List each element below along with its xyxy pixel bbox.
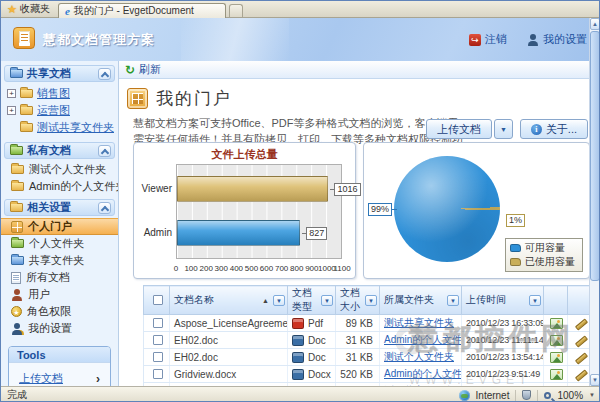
column-menu-button[interactable]: ▼: [273, 295, 285, 306]
column-menu-button[interactable]: ▼: [529, 295, 541, 306]
table-header-row: 文档名称 ▲ ▼ 文档类型 ▼ 文档大小 ▼ 所属文件夹 ▼ 上传时间 ▼: [144, 286, 592, 315]
sidebar-item-test-personal-folder[interactable]: 测试个人文件夹: [1, 161, 118, 178]
zoom-level[interactable]: 100%: [557, 390, 583, 401]
sidebar-item-admin-personal-folder[interactable]: Admin的个人文件夹: [1, 178, 118, 195]
new-tab-stub[interactable]: [229, 4, 243, 17]
browser-tab-bar: ★ 收藏夹 e 我的门户 - EvgetDocument: [1, 1, 600, 18]
bar-value-label: 827: [306, 227, 327, 240]
sidebar-item-operations[interactable]: + 运营图: [7, 102, 118, 119]
chevron-right-icon: ›: [96, 372, 100, 386]
section-header-shared-docs[interactable]: 共享文档: [4, 65, 115, 82]
tools-upload-link[interactable]: 上传文档: [19, 371, 63, 386]
file-type-icon: [292, 318, 304, 329]
shared-folder-icon: [10, 69, 23, 78]
upload-document-button[interactable]: 上传文档: [426, 119, 492, 139]
select-all-checkbox[interactable]: [153, 295, 163, 305]
active-tab[interactable]: e 我的门户 - EvgetDocument: [58, 3, 226, 18]
edit-icon[interactable]: [575, 368, 587, 380]
content-toolbar: ↻ 刷新: [119, 61, 591, 79]
edit-icon[interactable]: [575, 317, 587, 329]
bar-admin: [177, 220, 300, 246]
ie-icon: e: [65, 6, 70, 16]
scrollbar-thumb[interactable]: [590, 31, 600, 281]
favorites-star-icon: ★: [7, 3, 17, 16]
tree-expander-icon[interactable]: +: [7, 106, 16, 115]
zoom-icon: [544, 392, 551, 399]
edit-icon[interactable]: [575, 351, 587, 363]
folder-link[interactable]: 测试个人文件夹: [384, 351, 454, 362]
capacity-chart-panel: 99% 1% 可用容量 已使用容量: [363, 142, 590, 279]
folder-icon: [20, 123, 33, 132]
bar-category-label: Admin: [144, 227, 172, 238]
table-row: Aspose_LicenseAgreement.pdf Pdf 89 KB 测试…: [144, 315, 592, 332]
folder-icon: [11, 165, 24, 174]
section-header-private-docs[interactable]: 私有文档: [4, 142, 115, 159]
row-checkbox[interactable]: [153, 369, 163, 379]
user-settings-icon: [11, 323, 23, 335]
sidebar-item-personal-folder[interactable]: 个人文件夹: [1, 235, 118, 252]
bar-chart-plot: Viewer 1016 Admin 827: [176, 164, 342, 259]
scroll-up-button[interactable]: ▲: [590, 18, 600, 30]
refresh-button[interactable]: 刷新: [139, 62, 161, 77]
role-badge-icon: ★: [11, 306, 22, 317]
blue-folder-icon: [11, 256, 24, 265]
tab-title: 我的门户 - EvgetDocument: [74, 4, 194, 18]
chevron-down-icon: ▼: [500, 126, 507, 133]
folder-link[interactable]: Admin的个人文件夹: [384, 368, 462, 379]
sidebar: 共享文档 + 销售图 + 运营图 测试共享文件夹 私有文档: [1, 61, 119, 386]
status-bar: 完成 Internet 100% ▼: [1, 386, 600, 402]
sidebar-item-my-settings[interactable]: 我的设置: [1, 320, 118, 337]
user-icon: [527, 34, 539, 46]
protected-mode-icon: [522, 390, 531, 400]
column-menu-button[interactable]: ▼: [447, 295, 459, 306]
app-logo-icon: [13, 27, 35, 49]
sidebar-item-users[interactable]: 用户: [1, 286, 118, 303]
favorites-label: 收藏夹: [20, 2, 50, 16]
sidebar-item-personal-portal[interactable]: 个人门户: [1, 218, 118, 235]
row-checkbox[interactable]: [153, 335, 163, 345]
sort-ascending-icon: ▲: [262, 297, 269, 304]
tree-expander-icon[interactable]: +: [7, 89, 16, 98]
vertical-scrollbar[interactable]: ▲ ▼: [589, 18, 599, 386]
status-text: 完成: [7, 388, 27, 402]
preview-icon[interactable]: [550, 369, 563, 380]
portal-page-icon: [127, 88, 148, 109]
user-icon: [11, 289, 23, 301]
document-icon: [11, 272, 21, 284]
sidebar-item-role-permissions[interactable]: ★ 角色权限: [1, 303, 118, 320]
preview-icon[interactable]: [550, 352, 563, 363]
app-title: 慧都文档管理方案: [43, 31, 155, 49]
row-checkbox[interactable]: [153, 318, 163, 328]
row-checkbox[interactable]: [153, 352, 163, 362]
pie-gloss: [394, 156, 500, 262]
sidebar-item-sales[interactable]: + 销售图: [7, 85, 118, 102]
column-menu-button[interactable]: ▼: [365, 295, 377, 306]
my-settings-button[interactable]: 我的设置: [527, 32, 587, 47]
collapse-button[interactable]: [98, 68, 111, 80]
folder-link[interactable]: Admin的个人文件夹: [384, 334, 462, 345]
sidebar-item-shared-folder[interactable]: 共享文件夹: [1, 252, 118, 269]
favorites-button[interactable]: ★ 收藏夹: [1, 1, 58, 17]
documents-table: 文档名称 ▲ ▼ 文档类型 ▼ 文档大小 ▼ 所属文件夹 ▼ 上传时间 ▼: [143, 285, 592, 400]
edit-icon[interactable]: [575, 334, 587, 346]
preview-icon[interactable]: [550, 318, 563, 329]
upload-dropdown-button[interactable]: ▼: [494, 119, 513, 139]
zoom-caret-icon[interactable]: ▼: [589, 392, 595, 398]
preview-icon[interactable]: [550, 335, 563, 346]
logout-button[interactable]: ↪ 注销: [469, 32, 507, 47]
bar-value-label: 1016: [334, 183, 360, 196]
sidebar-item-test-shared-folder[interactable]: 测试共享文件夹: [7, 119, 118, 136]
section-header-related-settings[interactable]: 相关设置: [4, 199, 115, 216]
zone-label: Internet: [476, 390, 510, 401]
folder-link[interactable]: 测试共享文件夹: [384, 317, 454, 328]
collapse-button[interactable]: [98, 202, 111, 214]
collapse-button[interactable]: [98, 145, 111, 157]
column-menu-button[interactable]: ▼: [321, 295, 333, 306]
settings-folder-icon: [10, 203, 23, 212]
file-type-icon: [292, 335, 304, 346]
scroll-down-button[interactable]: ▼: [590, 374, 600, 386]
tools-panel: Tools 上传文档 ›: [8, 346, 111, 386]
about-button[interactable]: i 关于...: [520, 119, 588, 139]
refresh-icon: ↻: [125, 64, 135, 76]
sidebar-item-all-documents[interactable]: 所有文档: [1, 269, 118, 286]
